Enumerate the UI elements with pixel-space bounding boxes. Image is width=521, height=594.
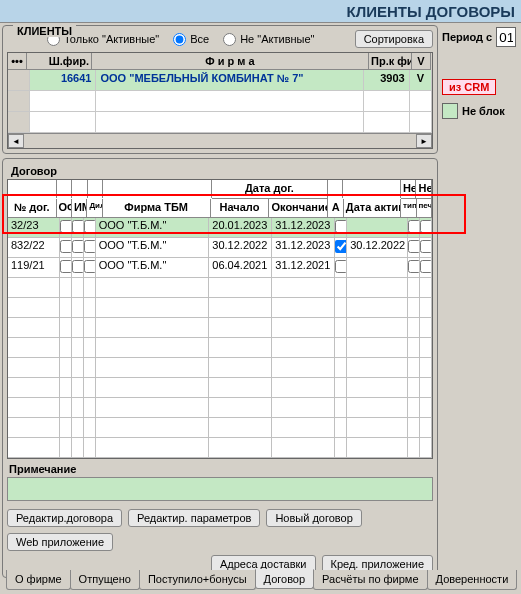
contract-flag-checkbox[interactable] bbox=[420, 240, 432, 253]
neblock-label: Не блок bbox=[462, 105, 505, 117]
from-crm-button[interactable]: из CRM bbox=[442, 79, 496, 95]
hscroll[interactable]: ◄ ► bbox=[8, 133, 432, 148]
col-no[interactable]: № дог. bbox=[8, 199, 57, 218]
col-a[interactable]: А bbox=[328, 199, 343, 218]
contract-flag-checkbox[interactable] bbox=[84, 240, 96, 253]
contract-flag-checkbox[interactable] bbox=[60, 240, 72, 253]
period-from-input[interactable] bbox=[496, 27, 516, 47]
col-date-act[interactable]: Дата актив bbox=[344, 199, 401, 218]
tab-contract[interactable]: Договор bbox=[255, 569, 315, 589]
scroll-left-icon[interactable]: ◄ bbox=[8, 134, 24, 148]
contract-flag-checkbox[interactable] bbox=[60, 260, 72, 273]
sort-button[interactable]: Сортировка bbox=[355, 30, 433, 48]
contract-flag-checkbox[interactable] bbox=[420, 220, 432, 233]
contracts-grid: Дата дог. Не Не № дог. ОФ ИМ Дилер Фирма… bbox=[7, 179, 433, 459]
contracts-panel: Договор Дата дог. Не Не № дог. ОФ ИМ Дил… bbox=[2, 158, 438, 578]
contract-active-checkbox[interactable] bbox=[335, 260, 347, 273]
contract-row[interactable] bbox=[8, 298, 432, 318]
col-tip[interactable]: тип. bbox=[401, 199, 416, 218]
contract-flag-checkbox[interactable] bbox=[84, 220, 96, 233]
client-row-empty bbox=[8, 112, 432, 133]
radio-active-label: Только "Активные" bbox=[64, 33, 159, 45]
bottom-tabs: О фирме Отпущено Поступило+бонусы Догово… bbox=[6, 570, 516, 590]
row-marker-header: ••• bbox=[8, 53, 27, 70]
tab-shipped[interactable]: Отпущено bbox=[70, 570, 140, 590]
contract-active-checkbox[interactable] bbox=[335, 240, 347, 253]
contract-row[interactable]: 832/22ООО "Т.Б.М."30.12.202231.12.202330… bbox=[8, 238, 432, 258]
note-box[interactable] bbox=[7, 477, 433, 501]
contract-row[interactable]: 119/21ООО "Т.Б.М."06.04.202131.12.2021 bbox=[8, 258, 432, 278]
neblock-checkbox[interactable] bbox=[442, 103, 458, 119]
contract-row[interactable] bbox=[8, 318, 432, 338]
scroll-right-icon[interactable]: ► bbox=[416, 134, 432, 148]
page-title: КЛИЕНТЫ ДОГОВОРЫ bbox=[347, 3, 515, 20]
col-pech[interactable]: печ. bbox=[417, 199, 432, 218]
contract-flag-checkbox[interactable] bbox=[72, 260, 84, 273]
col-v[interactable]: V bbox=[412, 53, 431, 70]
tab-about[interactable]: О фирме bbox=[6, 570, 71, 590]
col-shfir[interactable]: Ш.фир. bbox=[27, 53, 92, 70]
col-start[interactable]: Начало bbox=[211, 199, 270, 218]
contract-row[interactable] bbox=[8, 278, 432, 298]
contract-flag-checkbox[interactable] bbox=[72, 240, 84, 253]
contract-flag-checkbox[interactable] bbox=[84, 260, 96, 273]
contract-flag-checkbox[interactable] bbox=[408, 220, 420, 233]
web-app-button[interactable]: Web приложение bbox=[7, 533, 113, 551]
contract-flag-checkbox[interactable] bbox=[60, 220, 72, 233]
contract-flag-checkbox[interactable] bbox=[408, 240, 420, 253]
tab-proxy[interactable]: Доверенности bbox=[427, 570, 518, 590]
col-of[interactable]: ОФ bbox=[57, 199, 72, 218]
contract-row[interactable] bbox=[8, 438, 432, 458]
new-contract-button[interactable]: Новый договор bbox=[266, 509, 361, 527]
clients-panel-title: КЛИЕНТЫ bbox=[13, 25, 76, 37]
col-ne1: Не bbox=[401, 180, 417, 199]
tab-calc[interactable]: Расчёты по фирме bbox=[313, 570, 427, 590]
clients-grid: ••• Ш.фир. Ф и р м а Пр.к фил. V 16641 О… bbox=[7, 52, 433, 149]
client-row[interactable]: 16641 ООО "МЕБЕЛЬНЫЙ КОМБИНАТ № 7" 3903 … bbox=[8, 70, 432, 91]
radio-inactive-label: Не "Активные" bbox=[240, 33, 314, 45]
col-end[interactable]: Окончание bbox=[269, 199, 328, 218]
col-im[interactable]: ИМ bbox=[72, 199, 87, 218]
contract-row[interactable]: 32/23ООО "Т.Б.М."20.01.202331.12.2023 bbox=[8, 218, 432, 238]
client-firm: ООО "МЕБЕЛЬНЫЙ КОМБИНАТ № 7" bbox=[96, 70, 364, 90]
contract-row[interactable] bbox=[8, 378, 432, 398]
col-ne2: Не bbox=[416, 180, 432, 199]
client-pr: 3903 bbox=[364, 70, 409, 90]
clients-panel: КЛИЕНТЫ Только "Активные" Все Не "Активн… bbox=[2, 25, 438, 154]
col-firm[interactable]: Ф и р м а bbox=[92, 53, 369, 70]
contract-row[interactable] bbox=[8, 398, 432, 418]
contracts-title: Договор bbox=[11, 165, 433, 177]
note-label: Примечание bbox=[9, 463, 433, 475]
row-marker bbox=[8, 70, 30, 90]
contract-row[interactable] bbox=[8, 358, 432, 378]
contract-active-checkbox[interactable] bbox=[335, 220, 347, 233]
radio-inactive[interactable] bbox=[223, 33, 236, 46]
col-date-group: Дата дог. bbox=[212, 180, 328, 199]
radio-all-label: Все bbox=[190, 33, 209, 45]
col-prfil[interactable]: Пр.к фил. bbox=[369, 53, 412, 70]
tab-received[interactable]: Поступило+бонусы bbox=[139, 570, 256, 590]
client-sh: 16641 bbox=[30, 70, 96, 90]
client-v: V bbox=[410, 70, 432, 90]
col-diler[interactable]: Дилер bbox=[87, 199, 102, 218]
period-label: Период с bbox=[442, 31, 492, 43]
contract-flag-checkbox[interactable] bbox=[408, 260, 420, 273]
contract-flag-checkbox[interactable] bbox=[420, 260, 432, 273]
col-firm-tbm[interactable]: Фирма ТБМ bbox=[103, 199, 211, 218]
radio-all[interactable] bbox=[173, 33, 186, 46]
edit-params-button[interactable]: Редактир. параметров bbox=[128, 509, 260, 527]
contract-row[interactable] bbox=[8, 418, 432, 438]
client-row-empty bbox=[8, 91, 432, 112]
contract-row[interactable] bbox=[8, 338, 432, 358]
edit-contract-button[interactable]: Редактир.договора bbox=[7, 509, 122, 527]
contract-flag-checkbox[interactable] bbox=[72, 220, 84, 233]
